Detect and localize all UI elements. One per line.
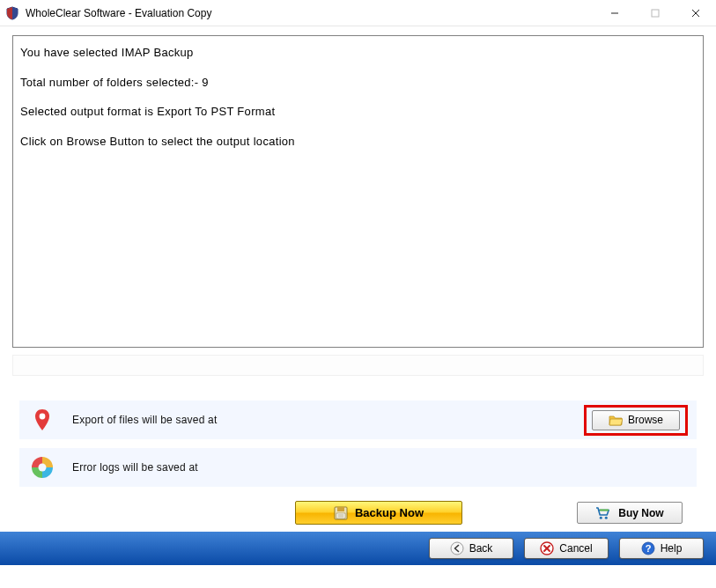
help-button-label: Help xyxy=(661,542,683,555)
help-button[interactable]: ? Help xyxy=(619,538,704,559)
cancel-button[interactable]: Cancel xyxy=(524,538,609,559)
errorlog-location-label: Error logs will be saved at xyxy=(72,461,688,474)
export-location-label: Export of files will be saved at xyxy=(72,414,584,426)
window-title: WholeClear Software - Evaluation Copy xyxy=(26,7,211,19)
svg-rect-8 xyxy=(336,513,345,518)
app-logo-icon xyxy=(5,6,19,20)
svg-point-12 xyxy=(605,516,608,518)
cancel-x-icon xyxy=(540,541,554,555)
buy-now-label: Buy Now xyxy=(618,507,663,519)
status-line: Click on Browse Button to select the out… xyxy=(20,134,696,150)
svg-point-11 xyxy=(600,516,602,518)
backup-disk-icon xyxy=(334,506,348,520)
svg-rect-1 xyxy=(652,10,659,17)
pie-chart-icon xyxy=(26,452,58,483)
pin-icon xyxy=(26,404,58,436)
main-content: You have selected IMAP Backup Total numb… xyxy=(0,26,716,532)
cancel-button-label: Cancel xyxy=(559,542,592,555)
back-button[interactable]: Back xyxy=(429,538,513,559)
svg-rect-7 xyxy=(337,507,344,511)
errorlog-location-row: Error logs will be saved at xyxy=(19,448,697,487)
svg-text:?: ? xyxy=(645,543,651,554)
svg-point-5 xyxy=(39,464,47,472)
svg-point-13 xyxy=(451,542,463,555)
status-line: You have selected IMAP Backup xyxy=(20,45,696,61)
footer-bar: Back Cancel ? Help xyxy=(0,532,716,565)
browse-button[interactable]: Browse xyxy=(592,410,680,430)
export-location-row: Export of files will be saved at Browse xyxy=(19,401,697,439)
path-display xyxy=(12,355,704,376)
titlebar: WholeClear Software - Evaluation Copy xyxy=(0,0,716,26)
action-row: Backup Now Buy Now xyxy=(12,496,704,532)
shopping-cart-icon xyxy=(595,506,611,520)
minimize-button[interactable] xyxy=(594,0,635,26)
location-section: Export of files will be saved at Browse xyxy=(12,401,704,487)
back-button-label: Back xyxy=(469,542,493,555)
maximize-button[interactable] xyxy=(635,0,675,26)
status-line: Total number of folders selected:- 9 xyxy=(20,75,696,91)
backup-now-button[interactable]: Backup Now xyxy=(295,501,462,525)
svg-point-4 xyxy=(40,414,46,420)
back-arrow-icon xyxy=(450,541,464,555)
buy-now-button[interactable]: Buy Now xyxy=(577,502,683,524)
status-line: Selected output format is Export To PST … xyxy=(20,104,696,120)
folder-open-icon xyxy=(609,414,623,426)
close-button[interactable] xyxy=(675,0,716,26)
browse-button-label: Browse xyxy=(628,414,663,426)
status-textbox: You have selected IMAP Backup Total numb… xyxy=(12,35,704,348)
browse-highlight: Browse xyxy=(584,405,688,436)
backup-now-label: Backup Now xyxy=(355,506,424,519)
help-question-icon: ? xyxy=(641,541,655,555)
